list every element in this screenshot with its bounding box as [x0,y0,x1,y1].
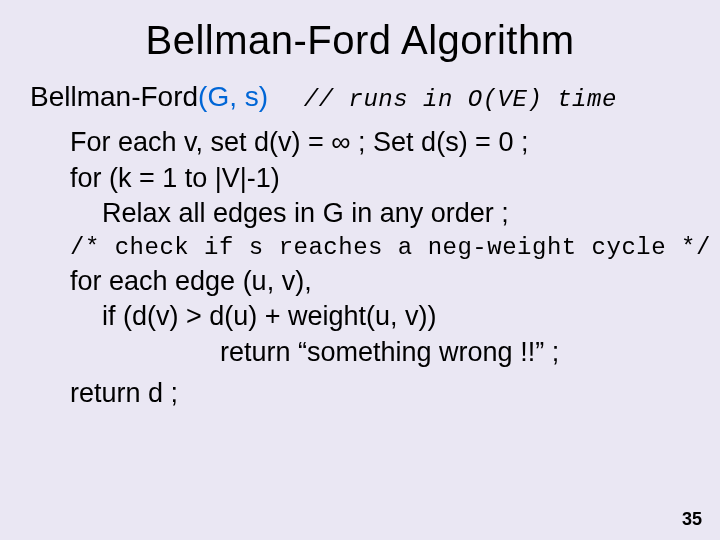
comment-bigo: O(VE) [468,86,543,113]
code-line-return-error: return “something wrong !!” ; [70,335,692,371]
function-signature: Bellman-Ford(G, s) // runs in O(VE) time [28,81,692,113]
pseudocode-block: For each v, set d(v) = ∞ ; Set d(s) = 0 … [28,125,692,412]
code-line-foreach-edge: for each edge (u, v), [70,264,692,300]
comment-prefix: // runs in [304,86,468,113]
page-number: 35 [682,509,702,530]
runtime-comment: // runs in O(VE) time [304,86,617,113]
comment-suffix: time [542,86,617,113]
code-line-return-d: return d ; [70,376,692,412]
code-line-relax: Relax all edges in G in any order ; [70,196,692,232]
function-args: (G, s) [198,81,268,112]
function-name: Bellman-Ford [30,81,198,112]
code-line-init: For each v, set d(v) = ∞ ; Set d(s) = 0 … [70,125,692,161]
code-line-for-k: for (k = 1 to |V|-1) [70,161,692,197]
code-comment-negcycle: /* check if s reaches a neg-weight cycle… [70,232,692,264]
code-line-if: if (d(v) > d(u) + weight(u, v)) [70,299,692,335]
slide-title: Bellman-Ford Algorithm [28,18,692,63]
